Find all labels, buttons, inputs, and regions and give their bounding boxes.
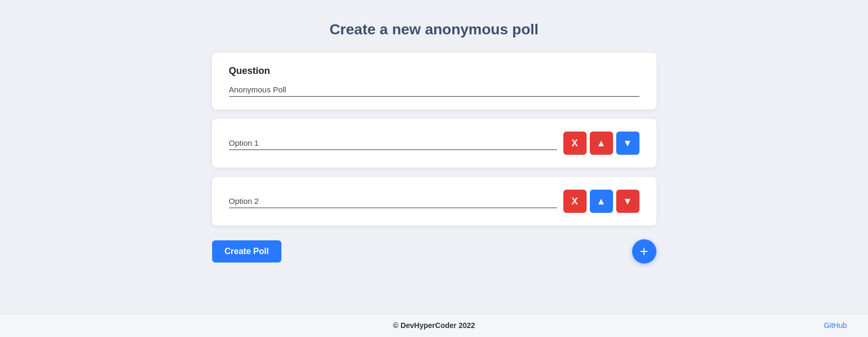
option-2-input[interactable] <box>229 194 557 208</box>
option-1-delete-button[interactable]: X <box>563 132 587 155</box>
option-1-input[interactable] <box>229 136 557 150</box>
page-title: Create a new anonymous poll <box>330 21 538 38</box>
option-1-buttons: X ▲ ▼ <box>563 132 639 155</box>
option-2-down-button[interactable]: ▼ <box>616 190 639 213</box>
create-poll-button[interactable]: Create Poll <box>212 240 282 263</box>
github-link[interactable]: GitHub <box>824 321 847 330</box>
option-2-row: X ▲ ▼ <box>229 190 639 213</box>
option-1-down-button[interactable]: ▼ <box>616 132 639 155</box>
question-label: Question <box>229 65 639 77</box>
add-option-button[interactable]: + <box>632 239 656 264</box>
option-1-card: X ▲ ▼ <box>212 119 656 167</box>
option-1-up-button[interactable]: ▲ <box>590 132 613 155</box>
question-input[interactable] <box>229 83 639 97</box>
option-2-buttons: X ▲ ▼ <box>563 190 639 213</box>
option-2-up-button[interactable]: ▲ <box>590 190 613 213</box>
footer: © DevHyperCoder 2022 GitHub <box>0 313 868 337</box>
form-container: Question X ▲ ▼ X ▲ ▼ <box>212 53 656 235</box>
option-2-card: X ▲ ▼ <box>212 177 656 226</box>
question-card: Question <box>212 53 656 109</box>
actions-row: Create Poll + <box>212 239 656 264</box>
option-2-delete-button[interactable]: X <box>563 190 587 213</box>
footer-copyright: © DevHyperCoder 2022 <box>393 321 475 330</box>
option-1-row: X ▲ ▼ <box>229 132 639 155</box>
